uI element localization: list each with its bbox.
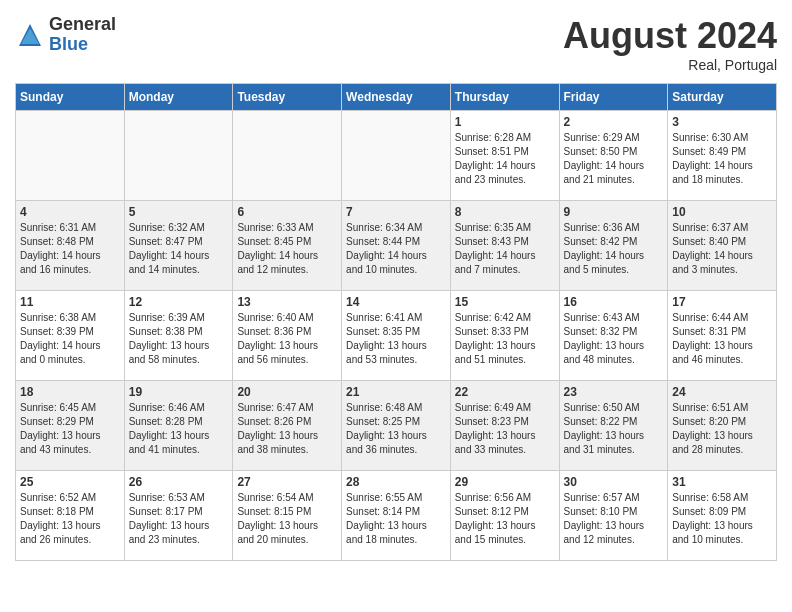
column-header-thursday: Thursday xyxy=(450,84,559,111)
header-row: SundayMondayTuesdayWednesdayThursdayFrid… xyxy=(16,84,777,111)
day-cell: 30Sunrise: 6:57 AMSunset: 8:10 PMDayligh… xyxy=(559,471,668,561)
day-cell: 2Sunrise: 6:29 AMSunset: 8:50 PMDaylight… xyxy=(559,111,668,201)
day-info: Sunrise: 6:34 AMSunset: 8:44 PMDaylight:… xyxy=(346,221,446,277)
day-cell: 16Sunrise: 6:43 AMSunset: 8:32 PMDayligh… xyxy=(559,291,668,381)
day-cell: 19Sunrise: 6:46 AMSunset: 8:28 PMDayligh… xyxy=(124,381,233,471)
day-number: 19 xyxy=(129,385,229,399)
month-title: August 2024 xyxy=(563,15,777,57)
day-cell xyxy=(124,111,233,201)
day-info: Sunrise: 6:29 AMSunset: 8:50 PMDaylight:… xyxy=(564,131,664,187)
day-cell: 4Sunrise: 6:31 AMSunset: 8:48 PMDaylight… xyxy=(16,201,125,291)
day-info: Sunrise: 6:55 AMSunset: 8:14 PMDaylight:… xyxy=(346,491,446,547)
day-number: 23 xyxy=(564,385,664,399)
day-number: 2 xyxy=(564,115,664,129)
day-info: Sunrise: 6:49 AMSunset: 8:23 PMDaylight:… xyxy=(455,401,555,457)
day-number: 12 xyxy=(129,295,229,309)
day-number: 17 xyxy=(672,295,772,309)
day-cell: 20Sunrise: 6:47 AMSunset: 8:26 PMDayligh… xyxy=(233,381,342,471)
day-info: Sunrise: 6:58 AMSunset: 8:09 PMDaylight:… xyxy=(672,491,772,547)
day-number: 28 xyxy=(346,475,446,489)
day-info: Sunrise: 6:40 AMSunset: 8:36 PMDaylight:… xyxy=(237,311,337,367)
logo-blue: Blue xyxy=(49,35,116,55)
day-cell: 3Sunrise: 6:30 AMSunset: 8:49 PMDaylight… xyxy=(668,111,777,201)
day-info: Sunrise: 6:51 AMSunset: 8:20 PMDaylight:… xyxy=(672,401,772,457)
day-cell: 29Sunrise: 6:56 AMSunset: 8:12 PMDayligh… xyxy=(450,471,559,561)
day-number: 6 xyxy=(237,205,337,219)
day-number: 13 xyxy=(237,295,337,309)
day-number: 24 xyxy=(672,385,772,399)
week-row-1: 1Sunrise: 6:28 AMSunset: 8:51 PMDaylight… xyxy=(16,111,777,201)
day-cell xyxy=(233,111,342,201)
day-cell: 10Sunrise: 6:37 AMSunset: 8:40 PMDayligh… xyxy=(668,201,777,291)
day-cell: 22Sunrise: 6:49 AMSunset: 8:23 PMDayligh… xyxy=(450,381,559,471)
day-info: Sunrise: 6:42 AMSunset: 8:33 PMDaylight:… xyxy=(455,311,555,367)
day-cell: 15Sunrise: 6:42 AMSunset: 8:33 PMDayligh… xyxy=(450,291,559,381)
day-info: Sunrise: 6:46 AMSunset: 8:28 PMDaylight:… xyxy=(129,401,229,457)
day-info: Sunrise: 6:37 AMSunset: 8:40 PMDaylight:… xyxy=(672,221,772,277)
day-number: 1 xyxy=(455,115,555,129)
day-number: 3 xyxy=(672,115,772,129)
day-cell: 14Sunrise: 6:41 AMSunset: 8:35 PMDayligh… xyxy=(342,291,451,381)
day-info: Sunrise: 6:48 AMSunset: 8:25 PMDaylight:… xyxy=(346,401,446,457)
column-header-wednesday: Wednesday xyxy=(342,84,451,111)
day-cell: 6Sunrise: 6:33 AMSunset: 8:45 PMDaylight… xyxy=(233,201,342,291)
day-cell: 23Sunrise: 6:50 AMSunset: 8:22 PMDayligh… xyxy=(559,381,668,471)
day-cell: 26Sunrise: 6:53 AMSunset: 8:17 PMDayligh… xyxy=(124,471,233,561)
day-info: Sunrise: 6:41 AMSunset: 8:35 PMDaylight:… xyxy=(346,311,446,367)
calendar-table: SundayMondayTuesdayWednesdayThursdayFrid… xyxy=(15,83,777,561)
day-number: 21 xyxy=(346,385,446,399)
day-info: Sunrise: 6:54 AMSunset: 8:15 PMDaylight:… xyxy=(237,491,337,547)
day-info: Sunrise: 6:47 AMSunset: 8:26 PMDaylight:… xyxy=(237,401,337,457)
day-number: 26 xyxy=(129,475,229,489)
day-info: Sunrise: 6:39 AMSunset: 8:38 PMDaylight:… xyxy=(129,311,229,367)
day-cell: 8Sunrise: 6:35 AMSunset: 8:43 PMDaylight… xyxy=(450,201,559,291)
day-info: Sunrise: 6:50 AMSunset: 8:22 PMDaylight:… xyxy=(564,401,664,457)
day-number: 7 xyxy=(346,205,446,219)
logo-icon xyxy=(15,20,45,50)
day-info: Sunrise: 6:57 AMSunset: 8:10 PMDaylight:… xyxy=(564,491,664,547)
day-number: 15 xyxy=(455,295,555,309)
day-number: 18 xyxy=(20,385,120,399)
logo-general: General xyxy=(49,15,116,35)
day-cell: 13Sunrise: 6:40 AMSunset: 8:36 PMDayligh… xyxy=(233,291,342,381)
day-number: 29 xyxy=(455,475,555,489)
day-info: Sunrise: 6:32 AMSunset: 8:47 PMDaylight:… xyxy=(129,221,229,277)
day-info: Sunrise: 6:36 AMSunset: 8:42 PMDaylight:… xyxy=(564,221,664,277)
day-number: 5 xyxy=(129,205,229,219)
week-row-4: 18Sunrise: 6:45 AMSunset: 8:29 PMDayligh… xyxy=(16,381,777,471)
day-cell: 25Sunrise: 6:52 AMSunset: 8:18 PMDayligh… xyxy=(16,471,125,561)
day-cell: 7Sunrise: 6:34 AMSunset: 8:44 PMDaylight… xyxy=(342,201,451,291)
day-cell: 9Sunrise: 6:36 AMSunset: 8:42 PMDaylight… xyxy=(559,201,668,291)
day-info: Sunrise: 6:53 AMSunset: 8:17 PMDaylight:… xyxy=(129,491,229,547)
week-row-2: 4Sunrise: 6:31 AMSunset: 8:48 PMDaylight… xyxy=(16,201,777,291)
day-info: Sunrise: 6:28 AMSunset: 8:51 PMDaylight:… xyxy=(455,131,555,187)
day-cell xyxy=(16,111,125,201)
day-number: 20 xyxy=(237,385,337,399)
day-info: Sunrise: 6:35 AMSunset: 8:43 PMDaylight:… xyxy=(455,221,555,277)
column-header-friday: Friday xyxy=(559,84,668,111)
day-info: Sunrise: 6:31 AMSunset: 8:48 PMDaylight:… xyxy=(20,221,120,277)
day-cell: 18Sunrise: 6:45 AMSunset: 8:29 PMDayligh… xyxy=(16,381,125,471)
week-row-3: 11Sunrise: 6:38 AMSunset: 8:39 PMDayligh… xyxy=(16,291,777,381)
day-info: Sunrise: 6:44 AMSunset: 8:31 PMDaylight:… xyxy=(672,311,772,367)
day-number: 14 xyxy=(346,295,446,309)
logo: General Blue xyxy=(15,15,116,55)
day-number: 30 xyxy=(564,475,664,489)
day-cell: 5Sunrise: 6:32 AMSunset: 8:47 PMDaylight… xyxy=(124,201,233,291)
page-header: General Blue August 2024 Real, Portugal xyxy=(15,15,777,73)
column-header-sunday: Sunday xyxy=(16,84,125,111)
title-section: August 2024 Real, Portugal xyxy=(563,15,777,73)
day-number: 16 xyxy=(564,295,664,309)
day-cell xyxy=(342,111,451,201)
day-number: 31 xyxy=(672,475,772,489)
day-info: Sunrise: 6:38 AMSunset: 8:39 PMDaylight:… xyxy=(20,311,120,367)
day-number: 25 xyxy=(20,475,120,489)
day-number: 8 xyxy=(455,205,555,219)
day-info: Sunrise: 6:43 AMSunset: 8:32 PMDaylight:… xyxy=(564,311,664,367)
day-info: Sunrise: 6:45 AMSunset: 8:29 PMDaylight:… xyxy=(20,401,120,457)
day-number: 22 xyxy=(455,385,555,399)
day-number: 11 xyxy=(20,295,120,309)
day-cell: 11Sunrise: 6:38 AMSunset: 8:39 PMDayligh… xyxy=(16,291,125,381)
day-info: Sunrise: 6:33 AMSunset: 8:45 PMDaylight:… xyxy=(237,221,337,277)
logo-text: General Blue xyxy=(49,15,116,55)
